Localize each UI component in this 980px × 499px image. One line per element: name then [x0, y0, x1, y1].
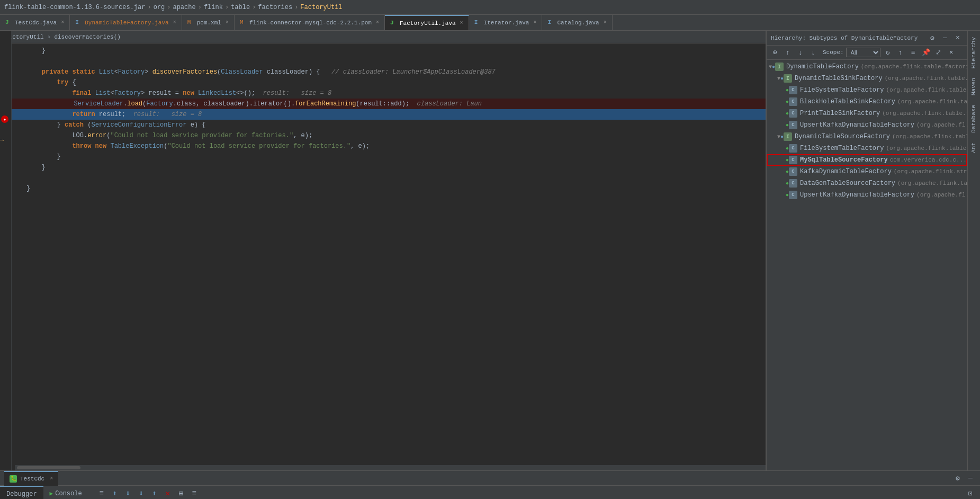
hierarchy-minimize-btn[interactable]: —: [940, 33, 950, 43]
debug-tab-console[interactable]: ▶ Console: [43, 486, 88, 500]
tree-label-fs-sink: FileSystemTableFactory: [800, 86, 884, 94]
tab-flinkconnector-close[interactable]: ×: [376, 20, 379, 25]
tab-testcdc[interactable]: J TestCdc.java ×: [0, 15, 70, 31]
tree-node-fs-source[interactable]: ● C FileSystemTableFactory (org.apache.f…: [767, 142, 967, 154]
code-content[interactable]: } private static List<Factory> discoverF…: [0, 43, 766, 470]
breadcrumb-bar: flink-table-common-1.13.6-sources.jar › …: [0, 0, 980, 15]
tree-node-datagen[interactable]: ● C DataGenTableSourceFactory (org.apach…: [767, 177, 967, 189]
dbg-btn-down[interactable]: ⬇: [122, 487, 134, 499]
tree-label-sink: DynamicTableSinkFactory: [795, 75, 883, 82]
dbg-btn-list[interactable]: ≡: [96, 487, 107, 499]
tree-node-root[interactable]: ▼ ● I DynamicTableFactory (org.apache.fl…: [767, 61, 967, 73]
side-tab-hierarchy[interactable]: Hierarchy: [969, 33, 979, 73]
code-line-9: LOG.error("Could not load service provid…: [15, 130, 766, 141]
h-btn-refresh[interactable]: ↻: [883, 47, 893, 58]
tab-flinkconnector[interactable]: M flink-connector-mysql-cdc-2.2.1.pom ×: [235, 15, 385, 31]
tab-pomxml[interactable]: M pom.xml ×: [182, 15, 235, 31]
hierarchy-settings-btn[interactable]: ⚙: [927, 33, 938, 43]
side-tab-ant[interactable]: Ant: [969, 138, 979, 157]
h-btn-down[interactable]: ↓: [795, 47, 806, 58]
breadcrumb-flink[interactable]: flink: [204, 4, 223, 11]
debug-settings-btn[interactable]: ⚙: [952, 473, 963, 484]
h-btn-sort[interactable]: ≡: [908, 47, 919, 58]
h-btn-expand[interactable]: ⤢: [933, 47, 944, 58]
debug-restore-btn[interactable]: ⊡: [965, 488, 976, 499]
scope-label: Scope:: [823, 49, 844, 56]
tab-catalog-close[interactable]: ×: [604, 20, 607, 25]
h-btn-locate[interactable]: ⊕: [770, 47, 780, 58]
tree-node-kafka[interactable]: ● C KafkaDynamicTableFactory (org.apache…: [767, 166, 967, 177]
tree-label-fs-source: FileSystemTableFactory: [800, 145, 884, 152]
dbg-btn-up[interactable]: ⬆: [109, 487, 121, 499]
hierarchy-tree[interactable]: ▼ ● I DynamicTableFactory (org.apache.fl…: [767, 60, 967, 470]
breakpoint-icon[interactable]: ●: [1, 115, 8, 123]
hierarchy-close-btn[interactable]: ×: [952, 33, 963, 43]
debug-minimize-btn[interactable]: —: [965, 473, 976, 484]
tree-node-mysql[interactable]: ● C MySqlTableSourceFactory com.ververic…: [767, 154, 967, 166]
tab-iterator[interactable]: I Iterator.java ×: [469, 15, 543, 31]
hierarchy-toolbar: ⊕ ↑ ↓ ↓ Scope: All Project ↻ ↑ ≡ 📌 ⤢ ×: [767, 46, 967, 60]
breadcrumb-jar[interactable]: flink-table-common-1.13.6-sources.jar: [4, 4, 145, 11]
dbg-btn-menu[interactable]: ≡: [188, 487, 200, 499]
debugger-tab-label: Debugger: [6, 491, 37, 498]
tree-node-sink[interactable]: ▼ ● I DynamicTableSinkFactory (org.apach…: [767, 73, 967, 84]
breadcrumb-table[interactable]: table: [231, 4, 250, 11]
tab-dynamictable-close[interactable]: ×: [173, 20, 176, 25]
tree-node-fs-sink[interactable]: ● C FileSystemTableFactory (org.apache.f…: [767, 84, 967, 96]
tree-icon-blackhole: C: [789, 97, 797, 106]
tree-node-print[interactable]: ● C PrintTableSinkFactory (org.apache.fl…: [767, 108, 967, 119]
tree-node-upsertkafka-source[interactable]: ● C UpsertKafkaDynamicTableFactory (org.…: [767, 189, 967, 201]
tree-icon-print: C: [789, 109, 797, 118]
hierarchy-header: Hierarchy: Subtypes of DynamicTableFacto…: [767, 31, 967, 46]
dbg-btn-stepover[interactable]: ⬇: [136, 487, 147, 499]
side-tab-maven[interactable]: Maven: [969, 74, 979, 100]
horizontal-scrollbar[interactable]: [15, 465, 766, 470]
tree-node-source[interactable]: ▼ ● I DynamicTableSourceFactory (org.apa…: [767, 131, 967, 142]
h-btn-up3[interactable]: ↑: [895, 47, 906, 58]
tree-package-upsertkafka-sink: (org.apache.fl...: [916, 122, 967, 128]
debug-tab-debugger[interactable]: Debugger: [0, 486, 43, 500]
tab-factoryutil-close[interactable]: ×: [460, 20, 463, 26]
breadcrumb-apache[interactable]: apache: [173, 4, 195, 11]
h-btn-close[interactable]: ×: [946, 47, 957, 58]
h-btn-pin[interactable]: 📌: [921, 47, 931, 58]
tab-flinkconnector-label: flink-connector-mysql-cdc-2.2.1.pom: [249, 20, 372, 26]
debug-session-close[interactable]: ×: [50, 476, 53, 482]
tree-package-kafka: (org.apache.flink.stre...: [894, 168, 967, 175]
tree-package-fs-source: (org.apache.flink.table...: [886, 145, 967, 152]
tab-factoryutil[interactable]: J FactoryUtil.java ×: [385, 15, 469, 31]
tab-pomxml-close[interactable]: ×: [226, 20, 229, 25]
scrollbar-thumb[interactable]: [17, 466, 80, 469]
h-btn-down2[interactable]: ↓: [808, 47, 819, 58]
breadcrumb-org[interactable]: org: [154, 4, 165, 11]
breadcrumb-factoryutil[interactable]: FactoryUtil: [300, 4, 342, 11]
breadcrumb-sep-3: ›: [225, 4, 229, 11]
breadcrumb-sep-4: ›: [252, 4, 256, 11]
debug-panel: 🐛 TestCdc × ⚙ — Debugger ▶ Console ≡ ⬆ ⬇…: [0, 470, 980, 499]
dbg-btn-stepout[interactable]: ⬆: [149, 487, 160, 499]
debug-session-label: TestCdc: [20, 476, 44, 482]
tab-dynamictable[interactable]: I DynamicTableFactory.java ×: [70, 15, 182, 31]
dbg-btn-grid[interactable]: ⊞: [175, 487, 187, 499]
debug-session-tab-testcdc[interactable]: 🐛 TestCdc ×: [4, 471, 58, 486]
tree-label-root: DynamicTableFactory: [786, 63, 859, 70]
dbg-btn-stop[interactable]: ✕: [162, 487, 174, 499]
h-btn-up[interactable]: ↑: [783, 47, 793, 58]
main-area: ● → FactoryUtil › discoverFactories() }: [0, 31, 980, 470]
tab-catalog[interactable]: I Catalog.java ×: [542, 15, 612, 31]
breadcrumb-factories[interactable]: factories: [258, 4, 292, 11]
tree-label-source: DynamicTableSourceFactory: [795, 133, 890, 140]
code-line-3: private static List<Factory> discoverFac…: [15, 67, 766, 77]
tree-icon-kafka: C: [789, 167, 797, 176]
tree-package-upsertkafka-source: (org.apache.fl...: [916, 192, 967, 198]
debug-arrow: →: [0, 137, 4, 144]
side-tab-database[interactable]: Database: [969, 101, 979, 137]
tree-node-blackhole[interactable]: ● C BlackHoleTableSinkFactory (org.apach…: [767, 96, 967, 108]
tab-iterator-close[interactable]: ×: [533, 20, 536, 25]
scope-select[interactable]: All Project: [846, 48, 880, 57]
hierarchy-header-buttons: ⚙ — ×: [927, 33, 963, 43]
code-line-6: ServiceLoader.load(Factory.class, classL…: [3, 99, 766, 109]
debug-tab-title: 🐛 TestCdc × ⚙ —: [0, 471, 980, 486]
tab-testcdc-close[interactable]: ×: [61, 20, 64, 25]
tree-node-upsertkafka-sink[interactable]: ● C UpsertKafkaDynamicTableFactory (org.…: [767, 119, 967, 131]
